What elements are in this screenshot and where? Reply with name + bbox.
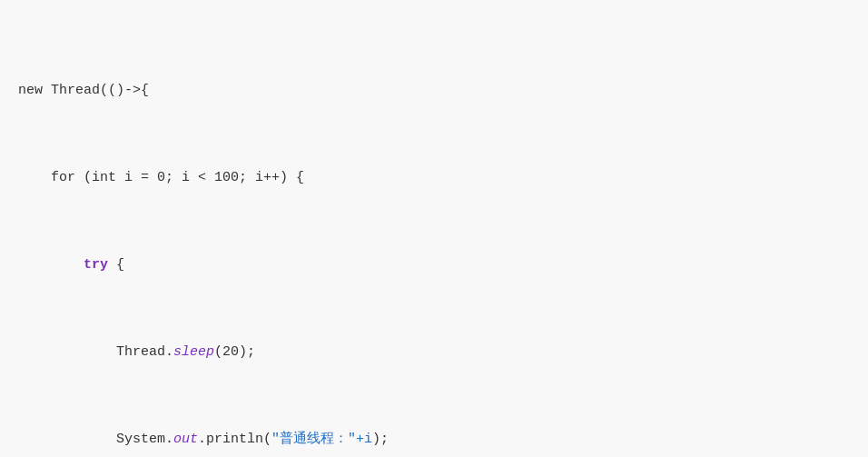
method-out: out — [173, 432, 198, 447]
code-text: System. — [18, 432, 173, 447]
code-text: .println( — [198, 432, 271, 447]
code-text: { — [108, 257, 124, 273]
code-line-5: System.out.println("普通线程："+i); — [18, 429, 850, 451]
code-block: new Thread(()->{ for (int i = 0; i < 100… — [18, 15, 850, 457]
code-line-2: for (int i = 0; i < 100; i++) { — [18, 167, 850, 189]
code-text — [18, 257, 84, 273]
code-line-1: new Thread(()->{ — [18, 80, 850, 102]
code-text: for (int i = 0; i < 100; i++) { — [18, 170, 304, 185]
code-line-3: try { — [18, 254, 850, 276]
code-text: ); — [372, 432, 389, 447]
code-line-4: Thread.sleep(20); — [18, 342, 850, 363]
string-literal: "普通线程："+i — [271, 432, 372, 447]
code-text: new Thread(()->{ — [18, 83, 149, 98]
method-sleep: sleep — [173, 344, 214, 360]
code-text: Thread. — [18, 344, 173, 360]
keyword-try: try — [84, 257, 108, 273]
code-text: (20); — [214, 344, 255, 360]
